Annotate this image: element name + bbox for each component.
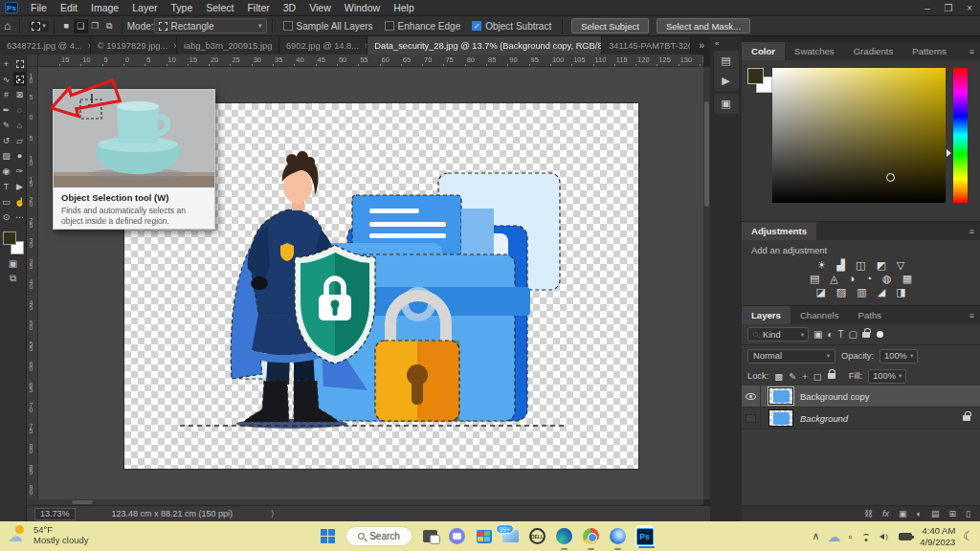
color-balance-adjustment-icon[interactable]: ◬ — [830, 274, 837, 284]
saturation-brightness-field[interactable] — [772, 68, 946, 203]
type-tool[interactable]: T — [0, 179, 12, 193]
crop-tool[interactable]: # — [0, 87, 12, 101]
color-lookup-adjustment-icon[interactable]: ▦ — [902, 274, 912, 284]
visibility-toggle[interactable] — [742, 408, 761, 429]
layer-effects-icon[interactable]: fx — [882, 509, 889, 518]
subtract-selection-button[interactable]: ❐ — [88, 19, 102, 33]
chat-button[interactable] — [448, 527, 466, 545]
posterize-adjustment-icon[interactable]: ▨ — [836, 287, 846, 298]
photos-button[interactable] — [609, 527, 627, 545]
vertical-scrollbar[interactable] — [703, 67, 710, 499]
lock-artboard-icon[interactable]: ▢ — [813, 371, 822, 382]
layer-thumbnail[interactable] — [768, 409, 793, 427]
healing-brush-tool[interactable]: ◌ — [13, 102, 26, 117]
enhance-edge-checkbox[interactable]: Enhance Edge — [385, 21, 461, 32]
layer-thumbnail[interactable] — [768, 387, 793, 405]
menu-help[interactable]: Help — [387, 0, 421, 15]
zoom-tool[interactable]: ⊙ — [0, 209, 12, 224]
select-and-mask-button[interactable]: Select and Mask... — [657, 18, 750, 33]
fill-field[interactable]: 100% ▾ — [868, 369, 906, 384]
collapse-panels-button[interactable]: « — [710, 36, 742, 48]
volume-icon[interactable]: ) — [880, 532, 891, 541]
panel-menu-icon[interactable]: ≡ — [964, 306, 980, 324]
menu-select[interactable]: Select — [199, 0, 240, 15]
screen-mode-button[interactable]: ⧉ — [10, 273, 16, 284]
marquee-tool[interactable] — [13, 56, 26, 71]
exposure-adjustment-icon[interactable]: ◩ — [876, 260, 885, 271]
tab-overflow-button[interactable]: » — [693, 36, 710, 55]
channel-mixer-adjustment-icon[interactable]: ◍ — [882, 274, 892, 284]
menu-3d[interactable]: 3D — [277, 0, 302, 15]
eyedropper-tool[interactable]: ✒ — [0, 102, 12, 117]
frame-tool[interactable]: ⊠ — [13, 87, 26, 101]
intersect-selection-button[interactable]: ⧉ — [102, 19, 117, 33]
close-button[interactable]: × — [959, 3, 980, 13]
tab-patterns[interactable]: Patterns — [902, 42, 956, 60]
opacity-field[interactable]: 100% ▾ — [880, 349, 918, 364]
search-box[interactable]: Search — [345, 526, 412, 546]
adjustment-layer-icon[interactable]: ◐ — [917, 509, 922, 518]
edge-button[interactable] — [555, 527, 573, 545]
minimize-button[interactable]: – — [917, 3, 938, 13]
gradient-tool[interactable]: ▧ — [0, 148, 12, 163]
link-layers-icon[interactable]: ⛓ — [864, 509, 873, 518]
clock[interactable]: 4:40 AM 4/9/2023 — [920, 525, 955, 548]
sample-all-layers-checkbox[interactable]: Sample All Layers — [283, 21, 373, 32]
tab-swatches[interactable]: Swatches — [785, 42, 844, 60]
eraser-tool[interactable]: ▱ — [13, 133, 26, 147]
vibrance-adjustment-icon[interactable]: ▽ — [897, 260, 904, 271]
filter-locked-layers-icon[interactable] — [862, 332, 870, 338]
lock-position-icon[interactable]: + — [802, 371, 808, 382]
visibility-toggle[interactable] — [742, 386, 761, 407]
panel-menu-icon[interactable]: ≡ — [964, 222, 980, 240]
blur-tool[interactable]: ● — [13, 148, 26, 163]
task-view-button[interactable] — [421, 527, 439, 545]
layer-mask-icon[interactable]: ▣ — [899, 509, 907, 518]
tab-gradients[interactable]: Gradients — [844, 42, 903, 60]
layer-row-background[interactable]: Background — [742, 408, 980, 430]
libraries-panel-icon[interactable]: ▣ — [721, 98, 730, 110]
filter-toggle-icon[interactable] — [877, 331, 883, 338]
store-button[interactable] — [475, 527, 493, 545]
tab-layers[interactable]: Layers — [742, 306, 791, 324]
lock-pixels-icon[interactable]: ✎ — [789, 371, 796, 382]
menu-type[interactable]: Type — [164, 0, 199, 15]
object-selection-tool[interactable]: ▸ — [13, 72, 26, 86]
zoom-level-field[interactable]: 13.73% — [34, 508, 76, 520]
quick-mask-button[interactable]: ▣ — [9, 258, 17, 269]
selective-color-adjustment-icon[interactable]: ◨ — [896, 287, 905, 298]
filter-adjustment-layers-icon[interactable]: ◐ — [827, 329, 833, 340]
gradient-map-adjustment-icon[interactable]: ◢ — [878, 287, 885, 298]
new-selection-button[interactable]: ■ — [59, 19, 74, 33]
horizontal-ruler[interactable]: 1510505101520253035404550556065707580859… — [38, 55, 703, 67]
layer-name[interactable]: Background copy — [800, 391, 869, 402]
new-group-icon[interactable]: ▤ — [931, 509, 940, 518]
history-brush-tool[interactable]: ↺ — [0, 133, 12, 147]
delete-layer-icon[interactable]: ▯ — [966, 509, 970, 518]
path-selection-tool[interactable]: ▶ — [13, 179, 26, 193]
menu-file[interactable]: File — [24, 0, 54, 15]
hue-saturation-adjustment-icon[interactable]: ▤ — [810, 274, 819, 284]
brush-tool[interactable]: ✎ — [0, 118, 12, 132]
filter-type-layers-icon[interactable]: T — [838, 329, 844, 340]
filter-pixel-layers-icon[interactable]: ▣ — [813, 329, 822, 340]
dodge-tool[interactable]: ◉ — [0, 164, 12, 178]
status-options-chevron[interactable]: ⟩ — [271, 509, 275, 518]
layer-name[interactable]: Background — [800, 413, 848, 424]
onedrive-icon[interactable]: ☁ — [827, 529, 840, 544]
color-picker-cursor[interactable] — [886, 173, 895, 182]
color-swatch-group[interactable] — [3, 231, 24, 254]
hue-slider[interactable] — [953, 68, 968, 203]
brightness-contrast-adjustment-icon[interactable]: ☀ — [817, 260, 827, 271]
tab-adjustments[interactable]: Adjustments — [742, 222, 816, 240]
tray-chevron-icon[interactable]: ∧ — [812, 530, 819, 542]
foreground-color-swatch[interactable] — [747, 68, 764, 84]
edit-toolbar[interactable]: ⋯ — [13, 209, 26, 224]
tool-preset-picker[interactable]: ▾ — [29, 21, 49, 32]
menu-layer[interactable]: Layer — [125, 0, 164, 15]
document-tab-active[interactable]: Data_security_28.jpg @ 13.7% (Background… — [368, 36, 602, 55]
tab-paths[interactable]: Paths — [848, 306, 891, 324]
select-subject-button[interactable]: Select Subject — [571, 18, 649, 33]
menu-filter[interactable]: Filter — [240, 0, 276, 15]
lock-all-icon[interactable] — [828, 373, 835, 379]
